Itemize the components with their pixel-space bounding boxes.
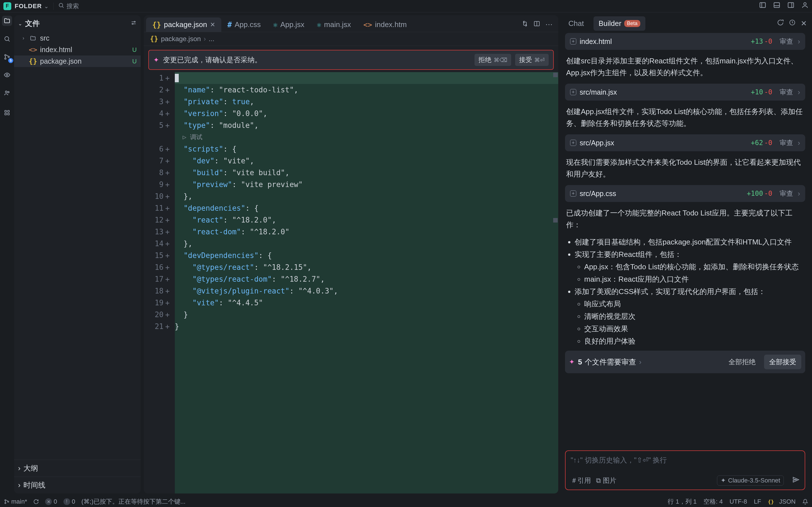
file-name: index.html [580,38,612,46]
image-button[interactable]: ⧉ 图片 [596,476,616,485]
accept-button[interactable]: 接受 ⌘⏎ [515,54,549,66]
svg-rect-15 [8,113,9,115]
chevron-right-icon: › [18,481,20,490]
panel-bottom-icon[interactable] [773,1,780,11]
tab-builder[interactable]: Builder Beta [594,16,645,31]
separator: › [204,35,206,43]
tree-folder-src[interactable]: › src [14,33,141,44]
warnings-indicator[interactable]: !0 [63,498,75,505]
chevron-right-icon: › [798,138,800,147]
history-icon[interactable] [789,19,796,28]
breadcrumb-root: package.json [161,35,201,43]
breadcrumb[interactable]: {} package.json › ... [144,32,558,46]
scm-badge: 5 [8,58,13,63]
react-icon: ⚛ [317,20,321,29]
chevron-right-icon: › [18,464,20,473]
search-activity-icon[interactable] [2,34,12,44]
model-picker[interactable]: ✦ Claude-3.5-Sonnet [717,475,784,486]
kbd-hint: ⌘⌫ [494,57,507,63]
timeline-panel-header[interactable]: › 时间线 [14,476,141,494]
review-link[interactable]: 审查 [779,37,793,46]
sparkle-icon: ✦ [569,358,574,366]
tab-label: main.jsx [324,20,351,29]
outline-panel-header[interactable]: › 大纲 [14,460,141,476]
search-input[interactable]: 搜索 [58,2,79,10]
send-icon[interactable] [792,476,800,485]
users-icon[interactable] [2,88,12,98]
more-icon[interactable]: ⋯ [545,20,553,29]
svg-point-5 [5,37,9,41]
branch-indicator[interactable]: main* [4,498,27,505]
encoding[interactable]: UTF-8 [729,498,747,505]
split-editor-icon[interactable] [534,20,540,29]
files-panel-title: 文件 [25,18,128,29]
eye-icon[interactable] [2,70,12,80]
file-card-index-html[interactable]: + index.html +13 -0 审查 › [565,33,805,50]
reject-button[interactable]: 拒绝 ⌘⌫ [474,54,511,66]
svg-rect-1 [760,3,765,7]
file-name: src/main.jsx [580,88,617,96]
review-link[interactable]: 审查 [779,88,793,97]
eol[interactable]: LF [754,498,761,505]
errors-indicator[interactable]: ✕0 [45,498,57,505]
explorer-icon[interactable] [2,16,12,26]
tree-file-index-html[interactable]: <> index.html U [14,44,141,55]
chevron-down-icon[interactable]: ⌄ [44,3,49,10]
plus-icon: + [570,190,576,196]
review-link[interactable]: 审查 [779,138,793,147]
file-card-main-jsx[interactable]: + src/main.jsx +10 -0 审查 › [565,83,805,101]
app-title[interactable]: FOLDER [15,3,42,10]
code-editor[interactable]: 12345 6789101112131415161718192021 +++++… [144,72,558,494]
apps-icon[interactable] [2,108,12,118]
tab-main-jsx[interactable]: ⚛ main.jsx [311,17,357,32]
ai-conversation[interactable]: + index.html +13 -0 审查 › 创建src目录并添加主要的Re… [561,32,809,447]
panel-right-icon[interactable] [787,1,795,11]
plus-icon: + [570,89,576,95]
panel-left-icon[interactable] [759,1,766,11]
chat-input[interactable]: "↑↓" 切换历史输入，"⇧⏎" 换行 ＃引用 ⧉ 图片 ✦ Claude-3.… [565,450,805,490]
svg-point-10 [5,91,7,93]
code-content[interactable]: { "name": "react-todo-list", "private": … [175,72,558,494]
new-chat-icon[interactable] [777,19,784,28]
tree-file-package-json[interactable]: {} package.json U [14,55,141,67]
pending-count[interactable]: 5 个文件需要审查 › [578,357,720,367]
outline-title: 大纲 [23,463,38,473]
file-card-app-jsx[interactable]: + src/App.jsx +62 -0 审查 › [565,134,805,151]
scm-status-u: U [132,46,137,54]
user-icon[interactable] [801,1,809,11]
file-card-app-css[interactable]: + src/App.css +100 -0 审查 › [565,185,805,202]
svg-point-21 [5,503,6,504]
breadcrumb-tail: ... [209,35,214,43]
sync-icon[interactable] [33,499,39,504]
diff-icon[interactable] [522,20,528,29]
review-action-bar: ✦ 5 个文件需要审查 › 全部拒绝 全部接受 [565,351,805,373]
reject-all-button[interactable]: 全部拒绝 [723,355,761,369]
ai-message: 现在我们需要添加样式文件来美化Todo List的界面，让它看起来更加现代和用户… [565,155,805,182]
tab-chat[interactable]: Chat [563,16,589,31]
settings-sliders-icon[interactable] [131,19,137,28]
cite-button[interactable]: ＃引用 [571,476,591,485]
keychord-hint: (⌘;)已按下。正在等待按下第二个键... [82,497,186,506]
svg-point-9 [6,74,8,76]
source-control-icon[interactable]: 5 [2,52,12,62]
notifications-icon[interactable] [802,499,808,504]
tab-package-json[interactable]: {} package.json ✕ [146,17,221,32]
app-icon[interactable]: F [3,2,11,10]
svg-point-4 [804,3,806,5]
language-mode[interactable]: {} JSON [768,498,796,505]
tab-app-jsx[interactable]: ⚛ App.jsx [267,17,311,32]
cursor-position[interactable]: 行 1，列 1 [668,497,697,506]
close-icon[interactable]: ✕ [801,19,807,28]
tab-app-css[interactable]: # App.css [221,17,267,32]
review-link[interactable]: 审查 [779,189,793,198]
scm-status-u: U [132,58,137,65]
codelens-debug[interactable]: ▷ 调试 [175,131,558,143]
accept-all-button[interactable]: 全部接受 [764,355,801,369]
minimap[interactable] [553,72,558,223]
files-panel-header[interactable]: ⌄ 文件 [14,15,141,32]
indentation[interactable]: 空格: 4 [703,497,723,506]
close-icon[interactable]: ✕ [210,21,215,29]
svg-point-16 [134,21,135,22]
svg-point-7 [5,58,6,59]
tab-index-html[interactable]: <> index.htm [357,17,413,32]
